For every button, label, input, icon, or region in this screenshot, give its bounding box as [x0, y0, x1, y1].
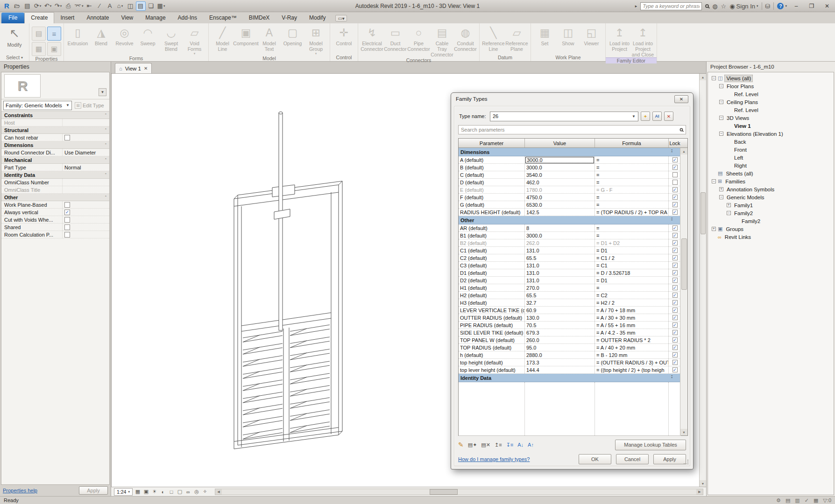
lock-checkbox-checked[interactable]: ✓ [672, 293, 678, 298]
panel-label-datum[interactable]: Datum [480, 54, 531, 61]
lock-checkbox-checked[interactable]: ✓ [672, 233, 678, 238]
parameter-formula-cell[interactable]: = A / 70 + 18 mm [595, 307, 669, 314]
lock-checkbox-checked[interactable]: ✓ [672, 367, 678, 372]
lock-checkbox-checked[interactable]: ✓ [672, 285, 678, 290]
parameter-lock-cell[interactable]: ✓ [669, 292, 681, 299]
parameter-value-cell[interactable]: 262.0 [525, 239, 595, 246]
worksets-icon[interactable]: ⚙ [776, 497, 781, 504]
new-type-button[interactable]: ✦ [641, 112, 650, 121]
family-connections-button[interactable]: ▦ [32, 42, 46, 56]
scroll-left-icon[interactable]: ◀ [215, 489, 222, 495]
tab-manage[interactable]: Manage [139, 13, 171, 23]
tree-item-left[interactable]: Left [708, 154, 834, 161]
checkbox-unchecked[interactable] [64, 135, 70, 140]
parameter-formula-cell[interactable]: = (OUTTER RADIUS / 3) + OUT [595, 359, 669, 366]
collapse-icon[interactable]: − [719, 132, 723, 136]
family-category-button[interactable]: ▤ [32, 27, 46, 41]
main-model-icon[interactable]: ▥ [795, 497, 800, 504]
crop-view-icon[interactable]: □ [167, 488, 176, 496]
scroll-up-icon[interactable]: ▲ [700, 74, 706, 80]
parameter-value-cell[interactable]: 142.5 [525, 209, 595, 216]
load-into-project-and-close-button[interactable]: ↥Load into Project and Close [631, 25, 654, 57]
tree-item-family2[interactable]: −Family2 [708, 209, 834, 217]
parameter-formula-cell[interactable]: = [595, 232, 669, 239]
temporary-view-properties-icon[interactable]: ✧ [201, 488, 209, 496]
parameter-value-cell[interactable]: 65.5 [525, 292, 595, 299]
property-group-mechanical[interactable]: Mechanicalˆ [1, 156, 109, 164]
parameter-lock-cell[interactable]: ✓ [669, 329, 681, 336]
text-icon[interactable]: A [105, 1, 115, 11]
lock-checkbox-checked[interactable]: ✓ [672, 330, 678, 335]
model-text-button[interactable]: AModel Text [258, 25, 281, 52]
tab-bimdex[interactable]: BIMDeX [243, 13, 276, 23]
extrusion-button[interactable]: ▯Extrusion [66, 25, 89, 46]
tree-item-families[interactable]: −⊞Families [708, 177, 834, 185]
parameter-lock-cell[interactable]: ✓ [669, 269, 681, 276]
panel-label-model[interactable]: Model [209, 56, 330, 61]
electrical-connector-button[interactable]: ↯Electrical Connector [361, 25, 383, 52]
lock-checkbox-checked[interactable]: ✓ [672, 278, 678, 283]
tree-item-groups[interactable]: +▣Groups [708, 225, 834, 233]
opening-button[interactable]: ▢Opening [281, 25, 304, 46]
checkbox-unchecked[interactable] [64, 232, 70, 238]
parameter-formula-cell[interactable]: = C1 [595, 262, 669, 269]
table-scroll-thumb[interactable] [681, 238, 687, 290]
parameter-value-cell[interactable]: 131.0 [525, 262, 595, 269]
revit-logo-icon[interactable]: R [2, 1, 12, 11]
reference-plane-button[interactable]: ▱Reference Plane [505, 25, 528, 52]
parameter-value-cell[interactable]: 462.0 [525, 179, 595, 186]
parameter-formula-cell[interactable]: = B - 120 mm [595, 351, 669, 358]
property-value[interactable] [62, 216, 109, 223]
edit-type-button[interactable]: ⊞ Edit Type [74, 101, 107, 110]
sweep-button[interactable]: ◠Sweep [136, 25, 159, 46]
panel-label-family-editor[interactable]: Family Editor [606, 57, 657, 63]
favorites-star-icon[interactable]: ☆ [721, 3, 727, 10]
parameter-formula-cell[interactable]: = [595, 201, 669, 208]
parameter-lock-cell[interactable]: ✓ [669, 232, 681, 239]
dialog-resize-grip[interactable] [684, 460, 688, 464]
ribbon-display-toggle[interactable]: ▭▾ [335, 15, 347, 21]
parameter-lock-cell[interactable]: ✓ [669, 224, 681, 231]
print-icon[interactable]: ⎙ [64, 1, 73, 11]
column-header-formula[interactable]: Formula [595, 139, 669, 147]
property-value[interactable] [62, 179, 109, 186]
property-group-identity-data[interactable]: Identity Dataˆ [1, 171, 109, 179]
tree-item-ref-level[interactable]: Ref. Level [708, 106, 834, 114]
section-header-dimensions[interactable]: Dimensionsˆˆ [459, 148, 681, 156]
sort-descending-icon[interactable]: A↑ [528, 442, 534, 448]
parameter-lock-cell[interactable]: ✓ [669, 322, 681, 329]
parameter-formula-cell[interactable]: = [595, 179, 669, 186]
properties-help-link[interactable]: Properties help [3, 488, 37, 493]
conduit-connector-button[interactable]: ◍Conduit Connector [454, 25, 477, 52]
vertical-scroll-thumb[interactable] [701, 192, 706, 234]
parameter-formula-cell[interactable]: = D1 [595, 277, 669, 284]
parameter-lock-cell[interactable]: ✓ [669, 336, 681, 343]
checkbox-unchecked[interactable] [64, 202, 70, 208]
scroll-down-icon[interactable]: ▼ [700, 480, 706, 487]
manage-family-types-help-link[interactable]: How do I manage family types? [458, 456, 530, 462]
tree-item-elevations-elevation-1-[interactable]: −Elevations (Elevation 1) [708, 130, 834, 138]
collapse-icon[interactable]: − [712, 76, 716, 80]
model-group-button[interactable]: ⊞Model Group▾ [304, 25, 327, 56]
open-icon[interactable]: 🗁 [12, 1, 22, 11]
parameter-value-cell[interactable]: 70.5 [525, 322, 595, 329]
delete-parameter-icon[interactable]: ▤✕ [481, 442, 490, 448]
parameter-formula-cell[interactable]: = ((top height / 2) + (top heigh [595, 366, 669, 373]
sign-in-button[interactable]: ◉ Sign In ▾ [729, 3, 758, 10]
revolve-button[interactable]: ◎Revolve [113, 25, 136, 46]
parameter-lock-cell[interactable]: ✓ [669, 262, 681, 269]
parameter-formula-cell[interactable]: = C1 / 2 [595, 254, 669, 261]
parameter-formula-cell[interactable]: = A / 55 + 16 mm [595, 322, 669, 329]
property-value[interactable]: Use Diameter [62, 149, 109, 156]
parameter-lock-cell[interactable]: ✓ [669, 307, 681, 314]
lock-checkbox-checked[interactable]: ✓ [672, 210, 678, 215]
parameter-value-cell[interactable]: 65.5 [525, 254, 595, 261]
expand-search-icon[interactable]: ▸ [635, 4, 637, 8]
scroll-right-icon[interactable]: ▶ [696, 489, 703, 495]
lock-checkbox-checked[interactable]: ✓ [672, 248, 678, 253]
property-value[interactable] [62, 134, 109, 141]
table-vertical-scrollbar[interactable]: ▲ ▼ [680, 148, 687, 435]
lock-checkbox-unchecked[interactable] [672, 172, 678, 177]
tree-item-generic-models[interactable]: −Generic Models [708, 193, 834, 201]
parameter-formula-cell[interactable]: = A / 4.2 - 35 mm [595, 329, 669, 336]
